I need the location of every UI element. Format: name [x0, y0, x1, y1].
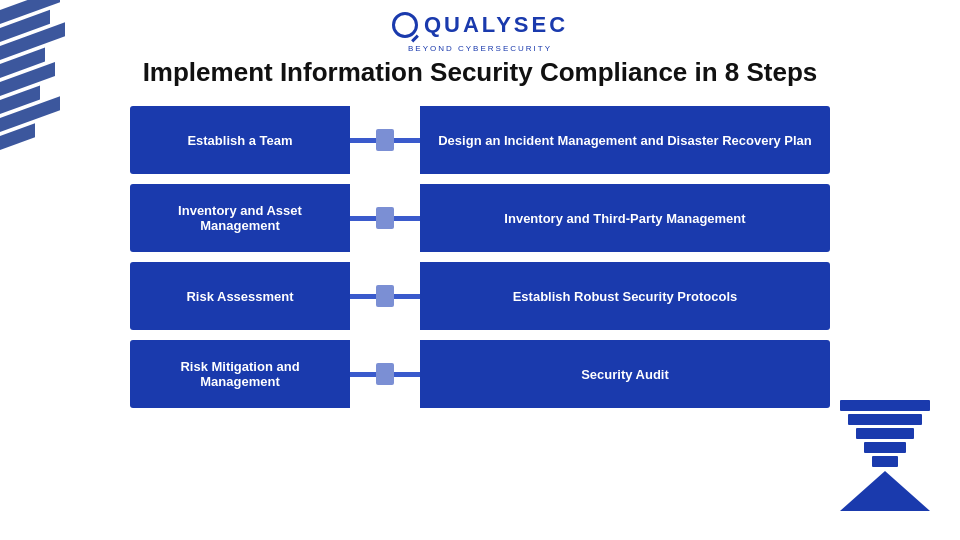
step-left-1: Establish a Team: [130, 106, 350, 174]
logo-icon: [392, 12, 418, 38]
logo-text: QUALYSEC: [424, 12, 568, 38]
right-decoration: [840, 400, 930, 510]
logo-area: QUALYSEC BEYOND CYBERSECURITY: [0, 0, 960, 53]
step-right-4: Security Audit: [420, 340, 830, 408]
page-title: Implement Information Security Complianc…: [0, 57, 960, 88]
step-row-2: Inventory and Asset Management Inventory…: [0, 184, 960, 252]
step-right-3: Establish Robust Security Protocols: [420, 262, 830, 330]
step-left-4: Risk Mitigation and Management: [130, 340, 350, 408]
step-row-3: Risk Assessment Establish Robust Securit…: [0, 262, 960, 330]
step-right-1: Design an Incident Management and Disast…: [420, 106, 830, 174]
step-right-2: Inventory and Third-Party Management: [420, 184, 830, 252]
connector-1: [350, 138, 420, 143]
step-row-4: Risk Mitigation and Management Security …: [0, 340, 960, 408]
step-left-3: Risk Assessment: [130, 262, 350, 330]
step-left-2: Inventory and Asset Management: [130, 184, 350, 252]
connector-4: [350, 372, 420, 377]
logo-subtitle: BEYOND CYBERSECURITY: [0, 44, 960, 53]
step-row-1: Establish a Team Design an Incident Mana…: [0, 106, 960, 174]
connector-3: [350, 294, 420, 299]
steps-area: Establish a Team Design an Incident Mana…: [0, 106, 960, 408]
connector-2: [350, 216, 420, 221]
left-decoration: [0, 0, 70, 200]
